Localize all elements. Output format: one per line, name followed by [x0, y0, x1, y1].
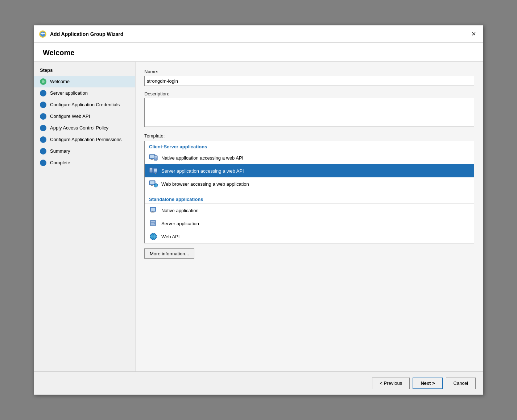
step-icon-welcome: [40, 78, 46, 85]
template-web-api[interactable]: Web API: [145, 230, 474, 243]
template-label: Template:: [144, 133, 474, 139]
dialog-body: Steps Welcome Server application Configu…: [34, 62, 483, 371]
dialog-footer: < Previous Next > Cancel: [34, 371, 483, 395]
svg-point-4: [42, 80, 45, 83]
svg-rect-24: [150, 186, 154, 186]
svg-rect-15: [150, 169, 152, 170]
sidebar-item-configure-credentials[interactable]: Configure Application Credentials: [34, 99, 135, 111]
name-label: Name:: [144, 69, 474, 74]
svg-rect-10: [154, 156, 157, 157]
next-button[interactable]: Next >: [413, 378, 443, 389]
more-info-button[interactable]: More information...: [144, 248, 194, 259]
svg-rect-7: [151, 159, 153, 160]
sidebar-item-access-control[interactable]: Apply Access Control Policy: [34, 122, 135, 134]
description-label: Description:: [144, 91, 474, 96]
title-bar: Add Application Group Wizard ✕: [34, 25, 483, 43]
previous-button[interactable]: < Previous: [372, 378, 410, 389]
step-label-complete: Complete: [50, 160, 70, 166]
server-web-api-icon: [149, 166, 158, 175]
svg-rect-3: [42, 32, 42, 35]
steps-title: Steps: [34, 67, 135, 76]
template-server-app[interactable]: Server application: [145, 217, 474, 230]
svg-rect-16: [150, 170, 152, 170]
svg-rect-33: [151, 221, 155, 222]
description-input[interactable]: [144, 98, 474, 127]
svg-rect-20: [154, 174, 157, 174]
native-app-label: Native application: [161, 208, 199, 213]
svg-rect-14: [150, 168, 152, 169]
sidebar-item-welcome[interactable]: Welcome: [34, 76, 135, 87]
svg-rect-22: [150, 181, 154, 184]
step-icon-summary: [40, 148, 46, 155]
sidebar-item-configure-web-api[interactable]: Configure Web API: [34, 111, 135, 122]
svg-rect-2: [41, 33, 45, 34]
sidebar-item-complete[interactable]: Complete: [34, 157, 135, 169]
web-api-label: Web API: [161, 234, 179, 239]
name-input[interactable]: [144, 76, 474, 86]
svg-rect-34: [151, 222, 155, 222]
step-icon-access-control: [40, 125, 46, 131]
template-native-app[interactable]: Native application: [145, 204, 474, 217]
svg-rect-8: [150, 160, 154, 160]
svg-rect-36: [151, 223, 154, 224]
dialog-window: Add Application Group Wizard ✕ Welcome S…: [34, 25, 483, 395]
svg-rect-18: [154, 169, 157, 172]
svg-rect-11: [154, 157, 157, 158]
step-icon-server-application: [40, 90, 46, 96]
web-browser-label: Web browser accessing a web application: [161, 181, 249, 187]
step-label-server-application: Server application: [50, 90, 88, 96]
title-bar-text: Add Application Group Wizard: [50, 31, 468, 37]
step-icon-configure-credentials: [40, 102, 46, 108]
svg-rect-23: [151, 185, 153, 186]
native-web-api-icon: [149, 153, 158, 162]
svg-rect-35: [151, 223, 154, 223]
svg-rect-6: [150, 155, 154, 158]
template-web-browser[interactable]: Web browser accessing a web application: [145, 177, 474, 190]
native-app-icon: [149, 206, 158, 215]
dialog-header: Welcome: [34, 43, 483, 62]
svg-rect-37: [151, 224, 155, 225]
step-label-configure-web-api: Configure Web API: [50, 114, 90, 120]
svg-rect-12: [154, 158, 156, 158]
server-app-icon: [149, 219, 158, 228]
wizard-icon: [38, 30, 47, 38]
standalone-header: Standalone applications: [145, 194, 474, 204]
template-native-web-api[interactable]: Native application accessing a web API: [145, 151, 474, 164]
template-box: Client-Server applications: [144, 141, 474, 243]
server-app-label: Server application: [161, 221, 199, 226]
step-label-welcome: Welcome: [50, 79, 70, 85]
native-web-api-label: Native application accessing a web API: [161, 155, 243, 161]
sidebar-item-configure-permissions[interactable]: Configure Application Permissions: [34, 134, 135, 145]
step-icon-complete: [40, 160, 46, 166]
svg-rect-31: [151, 212, 154, 213]
sidebar-item-summary[interactable]: Summary: [34, 145, 135, 157]
sidebar-item-server-application[interactable]: Server application: [34, 87, 135, 99]
svg-rect-9: [154, 156, 157, 160]
web-api-icon: [149, 232, 158, 241]
sidebar: Steps Welcome Server application Configu…: [34, 62, 136, 371]
page-title: Welcome: [43, 49, 474, 57]
web-browser-icon: [149, 180, 158, 188]
cancel-button[interactable]: Cancel: [446, 378, 476, 389]
svg-rect-30: [152, 211, 153, 212]
template-server-web-api[interactable]: Server application accessing a web API: [145, 164, 474, 177]
svg-rect-19: [155, 173, 156, 174]
close-button[interactable]: ✕: [468, 29, 479, 39]
step-label-configure-credentials: Configure Application Credentials: [50, 102, 120, 108]
section-divider: [145, 192, 474, 192]
svg-rect-29: [151, 208, 155, 211]
step-label-configure-permissions: Configure Application Permissions: [50, 137, 121, 143]
step-icon-configure-web-api: [40, 113, 46, 120]
step-label-access-control: Apply Access Control Policy: [50, 125, 108, 131]
step-icon-configure-permissions: [40, 136, 46, 143]
server-web-api-label: Server application accessing a web API: [161, 168, 244, 174]
client-server-header: Client-Server applications: [145, 141, 474, 151]
main-content: Name: Description: Template: Client-Serv…: [136, 62, 483, 371]
step-label-summary: Summary: [50, 148, 70, 155]
